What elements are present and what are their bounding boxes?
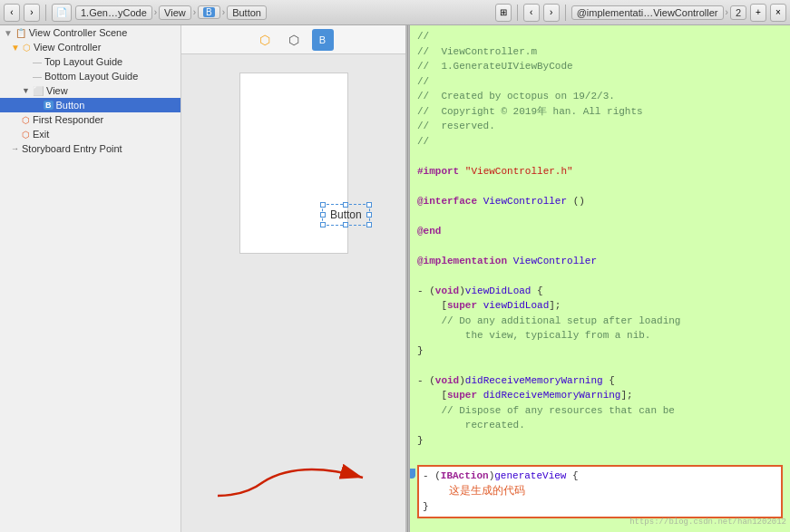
breadcrumb-right: @implementati…ViewController › 2 [571, 5, 746, 20]
breadcrumb-arrow-4: › [726, 7, 728, 17]
tree-scene[interactable]: ▼ 📋 View Controller Scene [0, 25, 180, 40]
toolbar-left: ‹ › 📄 1.Gen…yCode › View › B › Button ⊞ … [0, 0, 790, 25]
tree-bottom-layout[interactable]: — Bottom Layout Guide [0, 69, 180, 83]
code-line: // Copyright © 2019年 han. All rights [417, 104, 783, 120]
exit-icon: ⬡ [22, 130, 30, 140]
canvas-button-widget[interactable]: Button [322, 204, 370, 226]
handle-tr[interactable] [366, 202, 372, 208]
toolbar-separator-3 [565, 5, 566, 21]
more-button[interactable]: × [770, 4, 786, 22]
highlight-line-1: - (IBAction)generateView { [423, 469, 777, 484]
add-editor-button[interactable]: + [750, 4, 766, 22]
code-line: // Created by octopus on 19/2/3. [417, 89, 783, 104]
vc-icon: ⬡ [23, 43, 31, 53]
scene-label: View Controller Scene [29, 27, 128, 38]
canvas-cube-icon[interactable]: ⬡ [283, 29, 305, 51]
grid-view-button[interactable]: ⊞ [495, 4, 512, 22]
handle-ml[interactable] [320, 212, 326, 218]
code-line: [super viewDidLoad]; [417, 298, 783, 314]
breadcrumb-b[interactable]: B [198, 5, 220, 19]
code-line: // Dispose of any resources that can be [417, 403, 783, 419]
nav-back-button[interactable]: ‹ [4, 4, 20, 22]
handle-tl[interactable] [320, 202, 326, 208]
tree-first-responder[interactable]: ⬡ First Responder [0, 112, 180, 127]
code-line: // [417, 29, 783, 44]
outline-panel: ▼ 📋 View Controller Scene ▼ ⬡ View Contr… [0, 25, 181, 532]
code-line: @implementation ViewController [417, 254, 783, 269]
canvas-b-icon[interactable]: B [312, 29, 334, 51]
responder-label: First Responder [33, 114, 103, 125]
code-line: [super didReceiveMemoryWarning]; [417, 388, 783, 403]
tree-vc[interactable]: ▼ ⬡ View Controller [0, 40, 180, 54]
tree-storyboard-entry[interactable]: → Storyboard Entry Point [0, 141, 180, 156]
code-panel: // // ViewController.m // 1.GenerateUIVi… [409, 25, 790, 532]
code-line [417, 179, 783, 194]
connection-arrow [190, 450, 381, 505]
view-label: View [46, 85, 68, 96]
highlighted-section: - (IBAction)generateView { 这是生成的代码 } [417, 465, 783, 518]
code-line: the view, typically from a nib. [417, 328, 783, 343]
code-line: // Do any additional setup after loading [417, 314, 783, 329]
handle-bl[interactable] [320, 222, 326, 227]
handle-br[interactable] [366, 222, 372, 227]
highlighted-code-block: - (IBAction)generateView { 这是生成的代码 } [417, 465, 783, 518]
nav-back-button-2[interactable]: ‹ [523, 4, 540, 22]
bottom-layout-label: Bottom Layout Guide [44, 71, 138, 82]
panel-splitter[interactable] [405, 25, 409, 532]
scene-icon: ▼ 📋 [4, 28, 26, 38]
code-line: - (void)didReceiveMemoryWarning { [417, 373, 783, 389]
canvas-button-selection[interactable]: Button [322, 204, 370, 226]
code-line [417, 448, 783, 463]
code-line: #import "ViewController.h" [417, 164, 783, 179]
toolbar-separator-2 [517, 5, 518, 21]
svg-point-1 [410, 471, 415, 479]
toolbar-separator [45, 5, 46, 21]
code-line: // reserved. [417, 119, 783, 134]
code-line: // 1.GenerateUIViewByCode [417, 59, 783, 74]
code-line: @end [417, 224, 783, 239]
code-line: } [417, 343, 783, 359]
vc-expand-icon: ▼ [11, 43, 20, 53]
code-line: } [417, 433, 783, 449]
tree-view[interactable]: ▼ ⬜ View [0, 83, 180, 98]
entry-toggle: → [11, 144, 22, 153]
breadcrumb-impl[interactable]: @implementati…ViewController [571, 5, 724, 20]
code-line [417, 358, 783, 373]
breadcrumb-view[interactable]: View [159, 5, 191, 20]
canvas-orange-icon[interactable]: ⬡ [254, 29, 276, 51]
button-icon: B [44, 101, 54, 110]
dot-icon [410, 471, 415, 479]
button-label: Button [56, 100, 85, 111]
code-line: @interface ViewController () [417, 194, 783, 209]
bottom-layout-icon: — [33, 72, 42, 82]
breadcrumb-file[interactable]: 1.Gen…yCode [75, 5, 152, 20]
breadcrumb-button[interactable]: Button [227, 5, 267, 20]
tree-button[interactable]: B Button [0, 98, 180, 112]
responder-icon: ⬡ [22, 115, 30, 125]
exit-label: Exit [33, 129, 49, 140]
top-layout-icon: — [33, 57, 42, 67]
nav-forward-button[interactable]: › [24, 4, 40, 22]
tree-top-layout[interactable]: — Top Layout Guide [0, 54, 180, 69]
top-layout-label: Top Layout Guide [44, 56, 122, 67]
code-line [417, 268, 783, 284]
handle-tm[interactable] [343, 202, 348, 208]
breadcrumb-num[interactable]: 2 [730, 5, 746, 20]
code-content[interactable]: // // ViewController.m // 1.GenerateUIVi… [410, 25, 790, 532]
breadcrumb-arrow-3: › [222, 7, 225, 17]
phone-mockup [239, 73, 348, 254]
handle-mr[interactable] [366, 212, 372, 218]
nav-forward-button-2[interactable]: › [543, 4, 560, 22]
handle-bm[interactable] [343, 222, 348, 227]
tree-exit[interactable]: ⬡ Exit [0, 127, 180, 141]
canvas-area[interactable]: Button [181, 54, 405, 532]
dot-indicator [410, 469, 415, 476]
code-line: // ViewController.m [417, 44, 783, 60]
file-icon-button[interactable]: 📄 [52, 4, 72, 22]
vc-label: View Controller [34, 42, 101, 53]
file-label: 1.Gen…yCode [81, 7, 147, 18]
file-icon: 📄 [56, 7, 67, 17]
code-line [417, 238, 783, 254]
code-line: recreated. [417, 418, 783, 433]
breadcrumb-arrow-1: › [154, 7, 157, 17]
